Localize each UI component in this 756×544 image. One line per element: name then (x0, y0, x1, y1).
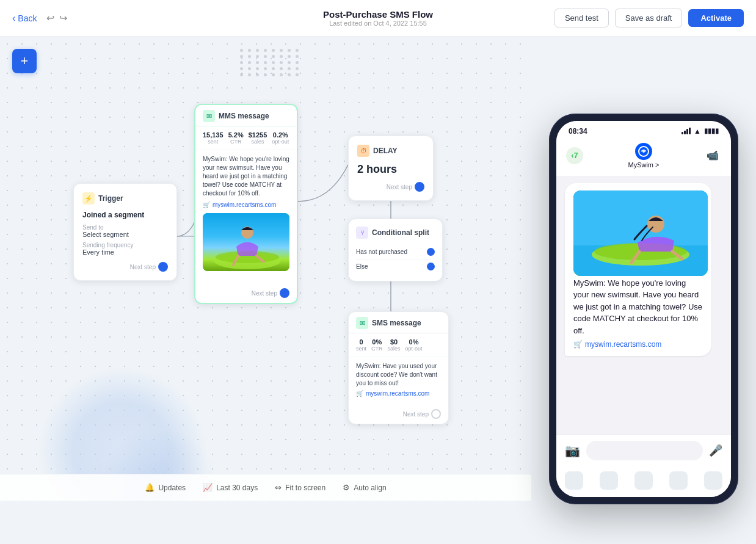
updates-button[interactable]: 🔔 Updates (145, 483, 186, 492)
mms-link-text: myswim.recartsms.com (213, 201, 276, 208)
phone-video-button[interactable]: 📹 (704, 147, 721, 164)
home-btn-5[interactable] (704, 471, 722, 490)
sms-sent-num: 0 (356, 338, 366, 346)
camera-icon[interactable]: 📷 (565, 443, 580, 458)
message-image (573, 190, 708, 276)
redo-icon[interactable]: ↪ (59, 12, 67, 24)
flow-subtitle: Last edited on Oct 4, 2022 15:55 (323, 20, 433, 27)
sms-stat-optout: 0% opt-out (405, 338, 423, 352)
updates-label: Updates (158, 484, 186, 492)
fit-label: Fit to screen (285, 484, 325, 492)
mms-sales-label: sales (249, 139, 267, 145)
mms-message-text: MySwim: We hope you're loving your new s… (203, 155, 289, 198)
delay-node[interactable]: ⏱ DELAY 2 hours Next step (348, 136, 434, 201)
voice-icon[interactable]: 🎤 (709, 444, 722, 457)
sms-ctr-label: CTR (371, 346, 383, 352)
mms-stats: 15,135 sent 5.2% CTR $1255 sales 0.2% op… (195, 126, 297, 150)
message-image-bg (573, 190, 708, 276)
back-arrow-icon: ‹ (12, 13, 15, 24)
mms-next-dot[interactable] (280, 288, 289, 298)
sms-node[interactable]: ✉ SMS message 0 sent 0% CTR $0 sales (348, 311, 449, 424)
phone-contact-info: MySwim > (628, 143, 659, 169)
mms-ctr-num: 5.2% (228, 131, 244, 139)
home-btn-4[interactable] (669, 471, 688, 490)
phone-back-arrow: ‹7 (571, 151, 578, 160)
phone-link-text: myswim.recartsms.com (585, 340, 661, 349)
split-option-2-label: Else (356, 263, 368, 270)
split-header: ⑂ Conditional split (356, 227, 435, 239)
mms-sent-label: sent (203, 139, 224, 145)
home-btn-3[interactable] (634, 471, 653, 490)
trigger-footer: Next step (82, 262, 168, 272)
mms-title: MMS message (219, 112, 269, 120)
delay-header: ⏱ DELAY (357, 145, 424, 157)
flow-title: Post-Purchase SMS Flow (323, 9, 433, 20)
home-btn-2[interactable] (600, 471, 618, 490)
phone-messages-area: MySwim: We hope you're loving your new s… (556, 176, 731, 434)
trigger-icon: ⚡ (82, 192, 95, 205)
canvas-toolbar: 🔔 Updates 📈 Last 30 days ⇔ Fit to screen… (0, 474, 531, 501)
mms-sales-num: $1255 (249, 131, 267, 139)
mms-ctr-label: CTR (228, 139, 244, 145)
align-icon: ⚙ (343, 483, 350, 492)
split-title: Conditional split (372, 228, 429, 237)
phone-back-button[interactable]: ‹7 (566, 147, 583, 164)
auto-align-label: Auto align (354, 484, 386, 492)
mms-next-label: Next step (252, 290, 277, 297)
trigger-freq-label: Sending frequency (82, 242, 168, 248)
phone-time: 08:34 (569, 127, 587, 136)
sms-footer: Next step (349, 407, 448, 424)
contact-avatar (635, 143, 652, 160)
sms-title: SMS message (372, 319, 421, 327)
sms-node-header: ✉ SMS message (349, 312, 448, 333)
signal-icon (681, 128, 691, 134)
sms-stat-sales: $0 sales (388, 338, 401, 352)
fit-screen-button[interactable]: ⇔ Fit to screen (275, 483, 325, 492)
mms-header-row: ✉ MMS message (203, 110, 289, 122)
sms-link-text: myswim.recartsms.com (366, 390, 429, 397)
delay-duration: 2 hours (357, 163, 424, 176)
phone-home-bar (556, 466, 731, 497)
phone-contact-name: MySwim > (628, 161, 659, 169)
delay-next-dot[interactable] (415, 182, 424, 192)
cart-icon: 🛒 (203, 201, 210, 208)
last30-button[interactable]: 📈 Last 30 days (203, 483, 258, 492)
brand-logo-icon (638, 145, 650, 158)
mms-sent-num: 15,135 (203, 131, 224, 139)
save-draft-button[interactable]: Save as draft (615, 9, 683, 27)
sms-sales-num: $0 (388, 338, 401, 346)
delay-icon: ⏱ (357, 145, 369, 157)
mms-stat-sent: 15,135 sent (203, 131, 224, 145)
sms-body: MySwim: Have you used your discount code… (349, 357, 448, 401)
battery-icon: ▮▮▮▮ (704, 127, 719, 135)
add-node-button[interactable]: + (12, 49, 37, 73)
mms-node[interactable]: ✉ MMS message 15,135 sent 5.2% CTR $1255… (194, 104, 298, 304)
phone-input-bar: 📷 🎤 (556, 434, 731, 466)
phone-message-link: 🛒 myswim.recartsms.com (573, 340, 703, 349)
split-opt1-dot[interactable] (427, 248, 435, 256)
status-icons: ▲ ▮▮▮▮ (681, 127, 719, 136)
mms-stat-optout: 0.2% opt-out (272, 131, 289, 145)
split-option-1-label: Has not purchased (356, 248, 407, 255)
split-node[interactable]: ⑂ Conditional split Has not purchased El… (348, 219, 443, 281)
sms-link: 🛒 myswim.recartsms.com (356, 390, 441, 397)
home-btn-1[interactable] (565, 471, 583, 490)
trigger-node[interactable]: ⚡ Trigger Joined a segment Send to Selec… (73, 183, 177, 281)
split-opt2-dot[interactable] (427, 263, 435, 270)
trigger-next-dot[interactable] (158, 262, 168, 272)
pool-float-bg (203, 213, 289, 271)
send-test-button[interactable]: Send test (554, 9, 609, 27)
undo-redo-group: ↩ ↪ (46, 12, 67, 24)
chart-icon: 📈 (203, 483, 213, 492)
trigger-sendto-value: Select segment (82, 231, 168, 238)
sms-next-dot[interactable] (431, 409, 441, 419)
sms-optout-num: 0% (405, 338, 423, 346)
activate-button[interactable]: Activate (688, 9, 744, 27)
sms-ctr-num: 0% (371, 338, 383, 346)
last30-label: Last 30 days (216, 484, 258, 492)
phone-message-input[interactable] (586, 441, 703, 460)
trigger-next-label: Next step (130, 264, 156, 270)
undo-icon[interactable]: ↩ (46, 12, 54, 24)
auto-align-button[interactable]: ⚙ Auto align (343, 483, 386, 492)
back-button[interactable]: ‹ Back (12, 13, 37, 24)
